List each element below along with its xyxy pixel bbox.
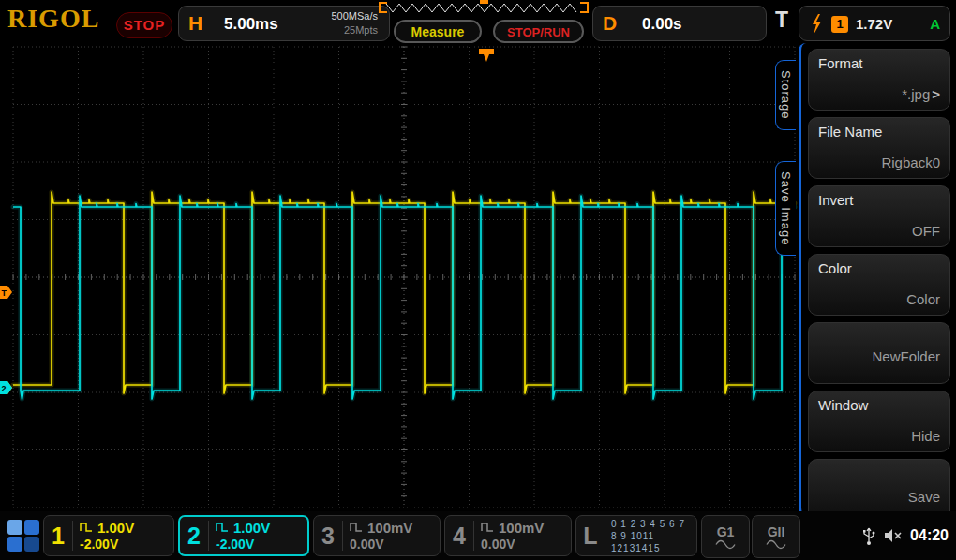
waveform-canvas: 12T: [0, 43, 799, 511]
chevron-right-icon: >: [932, 86, 940, 102]
horizontal-label: H: [188, 12, 202, 35]
clock-time: 04:20: [910, 527, 949, 544]
coupling-icon: [350, 523, 363, 532]
sine-wave-icon: [715, 539, 736, 550]
grid-square: [7, 520, 22, 535]
generator-label: GII: [768, 524, 785, 539]
channel-3-box[interactable]: 3 100mV 0.00V: [313, 515, 441, 556]
channel-number: 3: [314, 523, 342, 550]
grid-square: [24, 520, 39, 535]
menu-item-color[interactable]: Color Color: [808, 254, 950, 316]
channel-offset: -2.00V: [80, 537, 129, 552]
menu-value: *.jpg>: [902, 86, 940, 102]
channel-4-box[interactable]: 4 100mV 0.00V: [444, 515, 572, 556]
grid-square: [7, 537, 22, 552]
menu-label: Invert: [818, 192, 854, 208]
menu-label: Window: [818, 397, 868, 413]
channel-offset: 0.00V: [481, 537, 527, 552]
ch1-trace: [13, 192, 795, 393]
menu-value: NewFolder: [872, 348, 940, 364]
run-state-badge: STOP: [116, 12, 172, 38]
menu-item-format[interactable]: Format *.jpg>: [808, 49, 950, 111]
channel-offset: -2.00V: [216, 537, 265, 552]
menu-item-window[interactable]: Window Hide: [808, 391, 950, 452]
trigger-position-marker[interactable]: [479, 49, 494, 62]
svg-text:T: T: [2, 288, 7, 298]
membar-waveform-overview: [386, 4, 576, 12]
logic-digits-row1: 0 1 2 3 4 5 6 7: [611, 518, 696, 530]
svg-text:2: 2: [2, 384, 7, 393]
logic-label: L: [576, 523, 605, 550]
menu-label: File Name: [818, 124, 882, 140]
rigol-logo: RIGOL: [7, 4, 99, 34]
logic-digits-row2: 8 9 1011 12131415: [611, 530, 696, 554]
channel-number: 1: [44, 523, 72, 550]
channel-offset: 0.00V: [350, 537, 396, 552]
trigger-level-value: 1.72V: [856, 16, 892, 32]
acquisition-info: 500MSa/s 25Mpts: [331, 9, 378, 37]
menu-label: Format: [818, 55, 863, 71]
memory-position-bar: [377, 0, 590, 15]
generator-label: G1: [717, 524, 735, 539]
menu-value: Hide: [911, 428, 940, 444]
delay-value: 0.00s: [642, 15, 682, 34]
top-bar: RIGOL STOP H 5.00ms 500MSa/s 25Mpts Meas…: [0, 0, 956, 43]
menu-item-invert[interactable]: Invert OFF: [808, 185, 950, 247]
channel-scale: 1.00V: [97, 520, 134, 536]
speaker-muted-icon: [884, 527, 903, 544]
coupling-icon: [481, 523, 494, 532]
measure-button[interactable]: Measure: [394, 20, 482, 43]
trigger-source-badge: 1: [831, 16, 848, 33]
delay-label: D: [603, 12, 617, 35]
trigger-sweep-mode: A: [930, 16, 940, 32]
stop-run-button[interactable]: STOP/RUN: [493, 20, 584, 43]
menu-value: Color: [906, 291, 940, 307]
menu-item-file-name[interactable]: File Name Rigback0: [808, 117, 950, 179]
coupling-icon: [216, 523, 229, 532]
side-menu: Format *.jpg> File Name Rigback0 Invert …: [799, 43, 956, 524]
oscilloscope-screen: RIGOL STOP H 5.00ms 500MSa/s 25Mpts Meas…: [0, 0, 956, 560]
logic-channels-box[interactable]: L 0 1 2 3 4 5 6 7 8 9 1011 12131415: [575, 515, 697, 556]
generator-1-box[interactable]: G1: [701, 515, 750, 558]
membar-trigger-marker: [480, 0, 488, 4]
coupling-icon: [80, 523, 93, 532]
channel-scale: 1.00V: [233, 520, 270, 536]
menu-value: Save: [908, 489, 940, 505]
menu-item-new-folder[interactable]: NewFolder: [808, 322, 950, 384]
timebase-value: 5.00ms: [224, 15, 278, 34]
membar-right-bracket: [580, 3, 588, 12]
tab-save-image[interactable]: Save Image: [775, 161, 796, 256]
trigger-edge-icon: [809, 13, 824, 36]
menu-value: OFF: [912, 223, 940, 239]
channel-scale: 100mV: [499, 520, 544, 536]
menu-grid-button[interactable]: [7, 520, 39, 552]
channel-number: 4: [445, 523, 473, 550]
ch2-trace: [13, 196, 795, 399]
tab-storage[interactable]: Storage: [775, 60, 796, 130]
delay-settings[interactable]: D 0.00s: [592, 6, 767, 41]
memory-depth: 25Mpts: [331, 23, 378, 37]
sine-wave-icon: [766, 539, 786, 550]
horizontal-settings[interactable]: H 5.00ms 500MSa/s 25Mpts: [178, 6, 390, 41]
usb-icon: [861, 525, 876, 546]
channel-scale: 100mV: [367, 520, 412, 536]
channel-2-box[interactable]: 2 1.00V -2.00V: [178, 515, 309, 556]
trigger-settings[interactable]: 1 1.72V A: [799, 6, 950, 41]
waveform-display: 12T Storage Save Image: [0, 43, 799, 511]
menu-value: Rigback0: [881, 155, 940, 170]
channel-1-box[interactable]: 1 1.00V -2.00V: [43, 515, 174, 556]
sample-rate: 500MSa/s: [331, 9, 378, 23]
menu-label: Color: [818, 260, 852, 276]
channel-number: 2: [180, 523, 208, 550]
bottom-bar: 1 1.00V -2.00V 2 1.00V -2.00V 3 100mV 0.…: [0, 511, 956, 560]
grid-square: [24, 537, 39, 552]
generator-2-box[interactable]: GII: [752, 515, 800, 558]
graticule: [13, 47, 795, 508]
trigger-label: T: [775, 7, 788, 33]
